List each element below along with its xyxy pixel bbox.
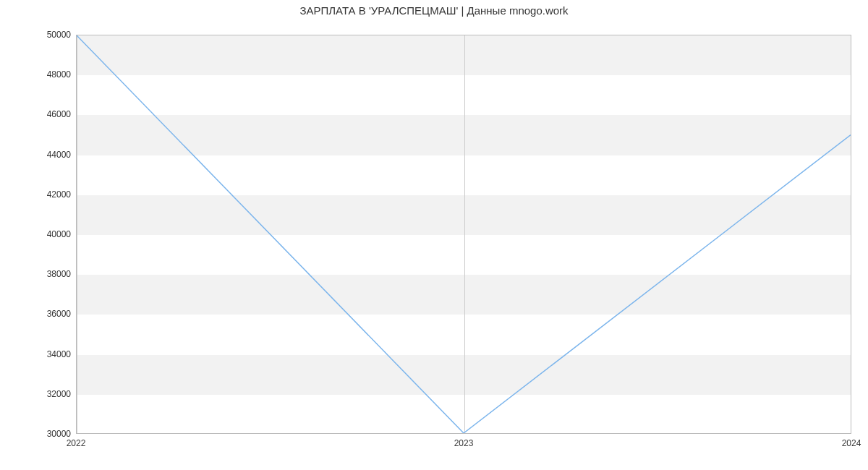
y-tick-label: 34000 <box>0 349 71 359</box>
y-tick-label: 38000 <box>0 269 71 279</box>
plot-area <box>76 35 851 434</box>
y-tick-label: 32000 <box>0 389 71 399</box>
y-tick-label: 36000 <box>0 309 71 319</box>
y-tick-label: 50000 <box>0 30 71 40</box>
x-tick-label: 2024 <box>842 438 861 448</box>
x-tick-label: 2023 <box>454 438 474 448</box>
y-tick-label: 44000 <box>0 150 71 160</box>
data-line <box>77 35 851 433</box>
chart-title: ЗАРПЛАТА В 'УРАЛСПЕЦМАШ' | Данные mnogo.… <box>0 4 868 17</box>
x-tick-label: 2022 <box>67 438 86 448</box>
chart-container: ЗАРПЛАТА В 'УРАЛСПЕЦМАШ' | Данные mnogo.… <box>0 0 868 470</box>
y-tick-label: 46000 <box>0 109 71 119</box>
y-tick-label: 42000 <box>0 189 71 200</box>
y-tick-label: 40000 <box>0 229 71 239</box>
y-tick-label: 48000 <box>0 69 71 80</box>
y-tick-label: 30000 <box>0 429 71 439</box>
